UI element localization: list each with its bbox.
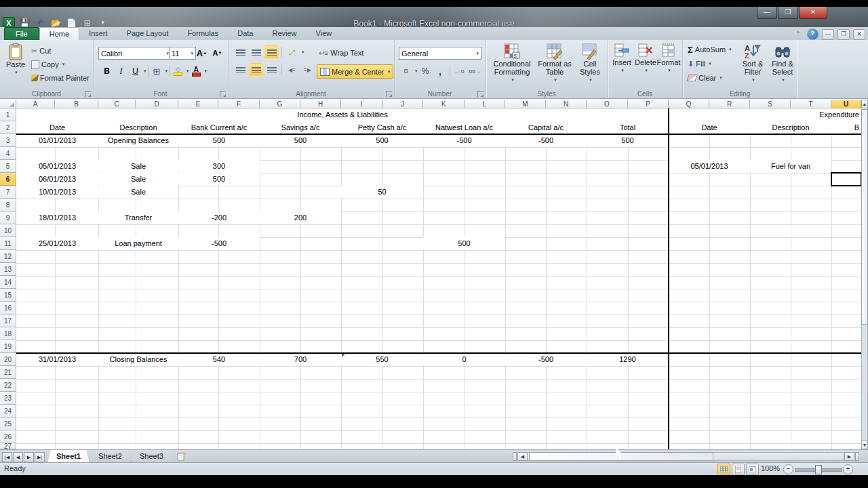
row-header-21[interactable]: 21: [0, 366, 16, 379]
row-header-4[interactable]: 4: [0, 147, 16, 160]
normal-view-icon[interactable]: [717, 464, 730, 474]
cell-O2[interactable]: Total: [587, 121, 669, 134]
clear-button[interactable]: Clear▾: [686, 71, 724, 85]
cell-Q5[interactable]: 05/01/2013: [669, 160, 750, 172]
format-as-table-button[interactable]: Format as Table▾: [537, 43, 572, 84]
cell-C9[interactable]: Transfer: [98, 211, 178, 224]
format-cells-button[interactable]: Format▾: [658, 43, 679, 75]
tab-insert[interactable]: Insert: [79, 27, 117, 39]
row-header-20[interactable]: 20: [0, 353, 16, 366]
next-sheet-icon[interactable]: ▶: [24, 452, 34, 462]
font-color-icon[interactable]: A: [189, 64, 203, 78]
increase-indent-icon[interactable]: ≡▶: [300, 63, 315, 77]
format-dropdown-icon[interactable]: ▾: [668, 66, 671, 75]
row-header-12[interactable]: 12: [0, 250, 16, 263]
find-select-button[interactable]: Find & Select▾: [769, 43, 796, 84]
row-header-11[interactable]: 11: [0, 237, 16, 250]
number-format-dropdown-icon[interactable]: ▾: [476, 51, 479, 56]
sheet-tab-sheet1[interactable]: Sheet1: [47, 450, 90, 463]
cell-C11[interactable]: Loan payment: [98, 237, 178, 249]
row-header-3[interactable]: 3: [0, 134, 16, 147]
row-header-22[interactable]: 22: [0, 379, 16, 392]
cell-K3[interactable]: -500: [423, 134, 505, 146]
tab-split-handle[interactable]: [513, 452, 517, 461]
font-name-combo[interactable]: Calibri▾: [98, 47, 172, 60]
row-header-19[interactable]: 19: [0, 340, 16, 353]
column-header-S[interactable]: S: [750, 100, 791, 108]
cell-styles-dropdown-icon[interactable]: ▾: [589, 76, 592, 84]
row-header-5[interactable]: 5: [0, 160, 16, 173]
cell-E3[interactable]: 500: [178, 134, 260, 146]
column-header-I[interactable]: I: [341, 100, 382, 108]
alignment-dialog-launcher-icon[interactable]: [386, 91, 392, 97]
zoom-slider-thumb[interactable]: [815, 465, 822, 474]
decrease-decimal-icon[interactable]: .00→: [467, 64, 481, 78]
conditional-formatting-button[interactable]: $ Conditional Formatting▾: [490, 43, 534, 84]
autosum-button[interactable]: Σ AutoSum▾: [686, 43, 733, 56]
cell-styles-button[interactable]: Cell Styles▾: [575, 43, 605, 84]
page-break-view-icon[interactable]: [746, 464, 759, 474]
cell-E5[interactable]: 300: [178, 160, 260, 172]
cell-A6[interactable]: 06/01/2013: [16, 173, 98, 185]
tab-review[interactable]: Review: [262, 27, 306, 39]
cell-S5[interactable]: Fuel for van: [750, 160, 831, 172]
align-bottom-icon[interactable]: [264, 45, 279, 59]
column-header-R[interactable]: R: [709, 100, 750, 108]
cell-K2[interactable]: Natwest Loan a/c: [423, 121, 505, 134]
italic-button[interactable]: I: [114, 64, 128, 78]
row-header-15[interactable]: 15: [0, 289, 16, 302]
scroll-right-icon[interactable]: ▶: [844, 452, 854, 461]
cell-A11[interactable]: 25/01/2013: [16, 237, 98, 249]
workbook-minimize-button[interactable]: —: [822, 29, 834, 40]
underline-button[interactable]: U: [128, 64, 142, 78]
paste-dropdown-icon[interactable]: ▾: [15, 68, 18, 77]
zoom-out-icon[interactable]: −: [783, 464, 793, 474]
cell-C2[interactable]: Description: [98, 121, 178, 134]
font-size-combo[interactable]: 11▾: [169, 47, 196, 60]
cell-G2[interactable]: Savings a/c: [260, 121, 341, 134]
cell-M2[interactable]: Capital a/c: [505, 121, 587, 134]
column-header-N[interactable]: N: [546, 100, 587, 108]
cell-O3[interactable]: 500: [587, 134, 669, 146]
clipboard-dialog-launcher-icon[interactable]: [85, 91, 91, 97]
increase-decimal-icon[interactable]: ←.0: [452, 64, 467, 78]
cell-M3[interactable]: -500: [505, 134, 587, 146]
cell-I2[interactable]: Petty Cash a/c: [341, 121, 423, 134]
row-header-9[interactable]: 9: [0, 211, 16, 224]
fill-color-icon[interactable]: ◇: [171, 64, 185, 78]
cell-A7[interactable]: 10/01/2013: [16, 186, 98, 198]
cell-A9[interactable]: 18/01/2013: [16, 211, 98, 224]
cell-G3[interactable]: 500: [260, 134, 341, 146]
format-as-table-dropdown-icon[interactable]: ▾: [554, 76, 557, 84]
cell-I3[interactable]: 500: [341, 134, 423, 146]
minimize-ribbon-icon[interactable]: ⌃: [793, 30, 804, 39]
tab-home[interactable]: Home: [39, 27, 79, 40]
row-header-7[interactable]: 7: [0, 186, 16, 199]
cell-G9[interactable]: 200: [260, 211, 341, 224]
column-header-O[interactable]: O: [587, 100, 628, 108]
cell-E20[interactable]: 540: [178, 353, 260, 365]
number-dialog-launcher-icon[interactable]: [477, 91, 484, 97]
tab-file[interactable]: File: [4, 27, 39, 40]
delete-cells-button[interactable]: Delete▾: [635, 43, 656, 75]
paste-button[interactable]: Paste ▾: [3, 43, 28, 77]
cell-S2[interactable]: Description: [750, 121, 831, 134]
cell-C20[interactable]: Closing Balances: [98, 353, 178, 365]
clear-dropdown-icon[interactable]: ▾: [719, 75, 722, 81]
cell-E11[interactable]: -500: [178, 237, 260, 249]
first-sheet-icon[interactable]: |◀: [2, 452, 12, 462]
underline-dropdown-icon[interactable]: ▾: [144, 68, 146, 74]
row-header-10[interactable]: 10: [0, 224, 16, 237]
workbook-restore-button[interactable]: ❐: [837, 29, 850, 40]
row-header-8[interactable]: 8: [0, 199, 16, 211]
row-header-17[interactable]: 17: [0, 314, 16, 327]
font-size-dropdown-icon[interactable]: ▾: [191, 51, 193, 56]
column-header-L[interactable]: L: [465, 100, 505, 108]
number-format-combo[interactable]: General▾: [399, 47, 481, 60]
align-top-icon[interactable]: [233, 45, 248, 59]
cell-U2[interactable]: B: [831, 121, 861, 134]
cell-I20[interactable]: 550: [341, 353, 423, 365]
cell-K20[interactable]: 0: [423, 353, 505, 365]
column-header-J[interactable]: J: [382, 100, 423, 108]
borders-dropdown-icon[interactable]: ▾: [165, 68, 168, 74]
